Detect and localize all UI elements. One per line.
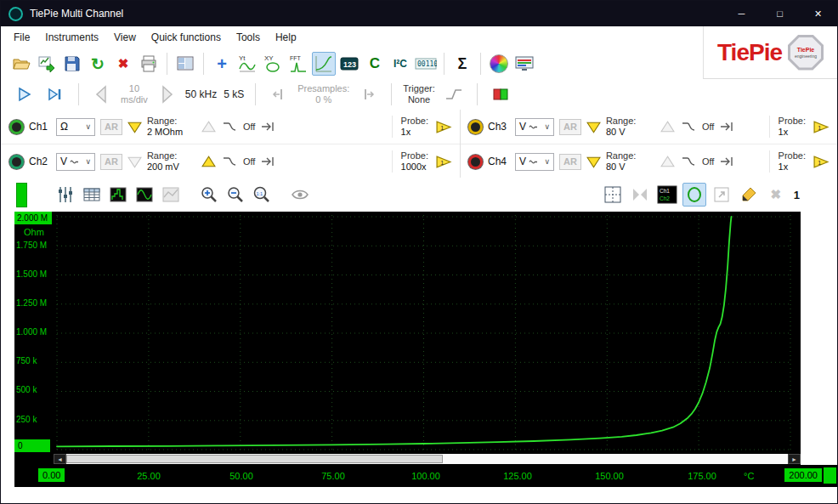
display-settings-button[interactable]	[512, 52, 536, 76]
zoom-in-button[interactable]	[197, 183, 221, 207]
ch3-range-down-button[interactable]	[586, 121, 601, 133]
ch3-range-up-button[interactable]	[660, 121, 675, 133]
y-axis-min-box[interactable]: 0	[14, 439, 50, 452]
ch2-measure-mode-select[interactable]: V ∨	[56, 153, 95, 171]
presamples-increase-button[interactable]	[356, 82, 380, 106]
scroll-right-button[interactable]: ►	[788, 454, 801, 464]
ch1-measure-mode-select[interactable]: Ω ∨	[56, 118, 95, 136]
add-meter-button[interactable]: 123	[337, 52, 361, 76]
menu-help[interactable]: Help	[268, 28, 304, 47]
add-instrument-button[interactable]: +	[210, 52, 234, 76]
celsius-button[interactable]: C	[363, 52, 387, 76]
ch1-probe-settings[interactable]: Probe: 1x 1	[392, 116, 453, 138]
ch4-trigger-route-icon[interactable]	[719, 155, 736, 168]
ch4-probe-settings[interactable]: Probe: 1x 1	[769, 150, 830, 173]
y-axis-max-box[interactable]: 2.000 M	[14, 212, 52, 224]
line-graph-button[interactable]	[312, 52, 336, 76]
sliders-icon	[56, 185, 75, 204]
oneshot-button[interactable]	[43, 82, 67, 106]
minimize-button[interactable]: ─	[722, 1, 761, 26]
ch3-filter-icon[interactable]	[680, 120, 697, 133]
data-table-button[interactable]	[80, 183, 104, 207]
link-graphs-button[interactable]	[628, 183, 652, 207]
timebase-slower-button[interactable]	[90, 82, 114, 106]
timebase-faster-button[interactable]	[155, 82, 178, 106]
close-button[interactable]: ✕	[799, 1, 837, 26]
sum-button[interactable]: Σ	[450, 52, 474, 76]
toolbar-separator	[391, 83, 392, 105]
ch3-autorange-button[interactable]: AR	[559, 119, 581, 135]
ch1-range-up-button[interactable]	[201, 121, 216, 133]
x-axis-max-box[interactable]: 200.00	[784, 468, 822, 482]
menu-file[interactable]: File	[6, 28, 37, 47]
export-data-button[interactable]	[35, 52, 59, 76]
ch4-range-up-button[interactable]	[660, 156, 675, 168]
delete-button[interactable]: ✖	[111, 52, 135, 76]
ch4-measure-mode-select[interactable]: V ∨	[515, 153, 554, 171]
ch2-probe-settings[interactable]: Probe: 1000x 1	[392, 150, 453, 173]
visibility-button[interactable]	[288, 183, 312, 207]
axis-settings-button[interactable]	[54, 183, 77, 207]
oneshot-icon	[47, 86, 64, 103]
menu-instruments[interactable]: Instruments	[37, 28, 106, 47]
add-xy-graph-button[interactable]: XY	[261, 52, 285, 76]
ch2-filter-icon[interactable]	[221, 155, 238, 168]
ch2-range-up-button[interactable]	[201, 156, 216, 168]
ch4-filter-icon[interactable]	[680, 155, 697, 168]
ch1-filter-icon[interactable]	[221, 120, 238, 133]
ch2-trigger-route-icon[interactable]	[260, 155, 277, 168]
ch1-led-icon[interactable]	[9, 120, 24, 134]
ch3-led-icon[interactable]	[468, 120, 483, 134]
scroll-left-button[interactable]: ◄	[54, 454, 66, 464]
y-tick: 1.250 M	[16, 298, 47, 309]
waveform-view-button[interactable]	[133, 183, 156, 207]
save-button[interactable]	[60, 52, 84, 76]
x-axis-min-box[interactable]: 0.00	[38, 468, 65, 482]
refresh-button[interactable]: ↻	[86, 52, 110, 76]
menu-view[interactable]: View	[106, 28, 144, 47]
color-settings-button[interactable]	[487, 52, 511, 76]
ch1-range-down-button[interactable]	[127, 121, 142, 133]
cursors-button[interactable]	[601, 183, 625, 207]
trigger-slope-button[interactable]	[442, 82, 466, 106]
source-channels-button[interactable]: Ch1 Ch2	[655, 183, 679, 207]
ch3-range-display: Range: 80 V	[606, 116, 655, 138]
counter-button[interactable]: 00110	[414, 52, 438, 76]
ch1-trigger-route-icon[interactable]	[260, 120, 277, 133]
ch3-trigger-route-icon[interactable]	[719, 120, 736, 133]
ch4-led-icon[interactable]	[468, 155, 483, 169]
circle-tool-button[interactable]	[682, 183, 706, 207]
menu-quick-functions[interactable]: Quick functions	[144, 28, 229, 47]
ch1-autorange-button[interactable]: AR	[100, 119, 122, 135]
menu-tools[interactable]: Tools	[229, 28, 268, 47]
ch3-measure-mode-select[interactable]: V ∨	[515, 118, 554, 136]
scrollbar-track[interactable]	[66, 454, 788, 464]
open-button[interactable]	[9, 52, 33, 76]
maximize-button[interactable]: □	[761, 1, 799, 26]
y-axis-zoom-bar[interactable]	[16, 183, 27, 207]
ch3-probe-settings[interactable]: Probe: 1x 1	[769, 116, 830, 138]
scrollbar-thumb[interactable]	[66, 455, 443, 463]
ch2-range-down-button[interactable]	[127, 156, 142, 168]
ch2-autorange-button[interactable]: AR	[100, 154, 122, 170]
x-tick: 50.00	[229, 471, 253, 481]
zoom-out-button[interactable]	[224, 183, 247, 207]
ch4-range-down-button[interactable]	[586, 156, 601, 168]
zoom-reset-button[interactable]: 1:1	[250, 183, 274, 207]
i2c-button[interactable]: I²C	[388, 52, 412, 76]
print-button[interactable]	[137, 52, 161, 76]
histogram-view-button[interactable]	[106, 183, 130, 207]
close-graph-button[interactable]: ✖	[764, 183, 788, 207]
disabled-view-button[interactable]	[159, 183, 183, 207]
style-brush-button[interactable]	[737, 183, 761, 207]
expand-graph-button[interactable]	[710, 183, 733, 207]
ch4-autorange-button[interactable]: AR	[559, 154, 581, 170]
add-yt-graph-button[interactable]: Yt	[235, 52, 259, 76]
add-fft-graph-button[interactable]: FFT	[286, 52, 310, 76]
plot-area[interactable]	[54, 212, 801, 453]
presamples-decrease-button[interactable]	[267, 82, 291, 106]
start-button[interactable]	[13, 82, 37, 106]
panel-layout-button[interactable]	[173, 52, 197, 76]
ch2-led-icon[interactable]	[9, 155, 24, 169]
instrument-status-button[interactable]	[489, 82, 512, 106]
